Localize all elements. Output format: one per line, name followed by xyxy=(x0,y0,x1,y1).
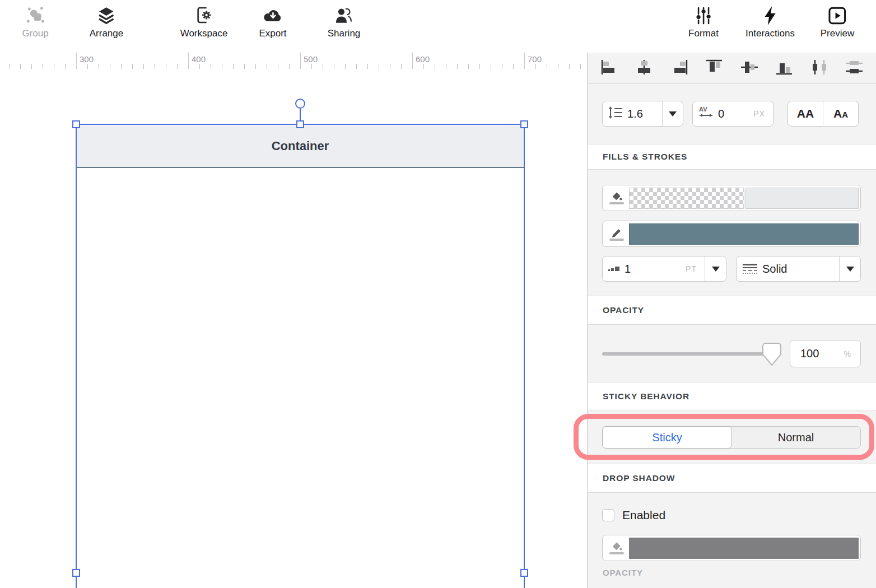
toolbar-preview-label: Preview xyxy=(821,28,854,39)
drop-shadow-color-row[interactable] xyxy=(602,535,861,561)
resize-handle-middle-left[interactable] xyxy=(72,569,80,577)
drop-shadow-enabled-row: Enabled xyxy=(602,508,665,522)
line-height-dropdown[interactable] xyxy=(662,101,683,126)
align-right-icon[interactable] xyxy=(670,59,689,78)
ruler-label: 500 xyxy=(304,54,318,64)
svg-text:AV: AV xyxy=(699,106,707,113)
resize-handle-top-right[interactable] xyxy=(520,120,528,128)
chevron-down-icon xyxy=(712,267,720,272)
fill-secondary-swatch[interactable] xyxy=(745,188,859,209)
stroke-pencil-icon xyxy=(604,227,629,241)
toolbar-export-label: Export xyxy=(259,28,286,39)
align-bottom-icon[interactable] xyxy=(775,59,794,78)
toolbar-workspace-label: Workspace xyxy=(180,28,228,39)
fill-bucket-icon xyxy=(604,192,629,204)
letter-spacing-control[interactable]: AV 0 PX xyxy=(692,101,774,127)
stroke-width-unit: PT xyxy=(686,264,697,273)
stroke-color-swatch[interactable] xyxy=(629,223,859,245)
sticky-behavior-section-header: STICKY BEHAVIOR xyxy=(588,382,876,411)
container-element-header[interactable]: Container xyxy=(77,125,524,168)
toolbar-interactions-label: Interactions xyxy=(745,28,795,39)
shadow-underline xyxy=(609,552,624,554)
selection-border-right xyxy=(524,124,525,588)
toolbar-workspace-button[interactable]: Workspace xyxy=(180,4,228,39)
format-icon xyxy=(688,4,719,27)
toolbar-sharing-button[interactable]: Sharing xyxy=(328,4,361,39)
ruler-label: 700 xyxy=(528,54,542,64)
align-left-icon[interactable] xyxy=(600,59,619,78)
line-height-icon xyxy=(608,106,623,121)
align-middle-vertical-icon[interactable] xyxy=(740,59,759,78)
letter-spacing-icon: AV xyxy=(698,106,714,122)
preview-icon xyxy=(821,4,854,27)
drop-shadow-section-header: DROP SHADOW xyxy=(588,464,876,493)
shadow-bucket-icon xyxy=(604,542,629,554)
resize-handle-top-center[interactable] xyxy=(296,120,304,128)
stroke-width-control[interactable]: 1 PT xyxy=(602,256,726,282)
ruler-label: 400 xyxy=(192,54,206,64)
fill-color-row[interactable] xyxy=(602,185,861,211)
opacity-unit: % xyxy=(844,349,851,358)
drop-shadow-title: DROP SHADOW xyxy=(603,473,675,483)
opacity-value: 100 xyxy=(800,347,844,360)
drop-shadow-opacity-label: OPACITY xyxy=(603,568,643,577)
horizontal-ruler: 300 400 500 600 700 xyxy=(0,53,588,69)
rotation-handle[interactable] xyxy=(295,99,305,109)
opacity-title: OPACITY xyxy=(603,305,644,315)
container-element-label: Container xyxy=(272,139,329,153)
ruler-label: 300 xyxy=(80,54,94,64)
distribute-horizontal-icon[interactable] xyxy=(810,59,829,78)
toolbar-arrange-button[interactable]: Arrange xyxy=(90,4,123,39)
distribute-vertical-icon[interactable] xyxy=(845,59,864,78)
stroke-style-dropdown[interactable] xyxy=(839,256,860,281)
fills-strokes-title: FILLS & STROKES xyxy=(603,152,687,162)
sticky-option-button[interactable]: Sticky xyxy=(602,426,732,449)
chevron-down-icon xyxy=(669,111,677,116)
chevron-down-icon xyxy=(846,267,854,272)
stroke-style-icon xyxy=(743,264,757,274)
stroke-style-control[interactable]: Solid xyxy=(736,256,861,282)
toolbar-format-label: Format xyxy=(688,28,719,39)
fills-strokes-section-header: FILLS & STROKES xyxy=(588,144,876,170)
opacity-value-field[interactable]: 100 % xyxy=(790,340,861,367)
resize-handle-top-left[interactable] xyxy=(72,120,80,128)
toolbar-preview-button[interactable]: Preview xyxy=(821,4,854,39)
toolbar-format-button[interactable]: Format xyxy=(688,4,719,39)
stroke-width-icon xyxy=(608,267,619,271)
drop-shadow-enabled-label: Enabled xyxy=(622,508,665,522)
interactions-icon xyxy=(745,4,795,27)
ruler-label: 600 xyxy=(416,54,430,64)
toolbar-group-button[interactable]: Group xyxy=(22,4,48,39)
sticky-behavior-title: STICKY BEHAVIOR xyxy=(603,391,689,402)
stroke-width-value: 1 xyxy=(625,263,686,276)
stroke-underline xyxy=(609,239,624,241)
selection-border-left xyxy=(76,124,77,588)
normal-option-button[interactable]: Normal xyxy=(731,427,860,448)
export-icon xyxy=(259,4,286,27)
line-height-value: 1.6 xyxy=(627,108,662,120)
toolbar-export-button[interactable]: Export xyxy=(259,4,286,39)
uppercase-button[interactable]: AA xyxy=(788,101,823,126)
stroke-width-dropdown[interactable] xyxy=(705,256,726,281)
toolbar: Group Arrange xyxy=(0,0,876,53)
letter-spacing-value: 0 xyxy=(718,108,753,120)
toolbar-group-label: Group xyxy=(22,28,48,39)
drop-shadow-color-swatch[interactable] xyxy=(629,538,859,559)
opacity-slider-thumb[interactable] xyxy=(762,343,781,368)
stroke-color-row[interactable] xyxy=(602,221,861,247)
align-top-icon[interactable] xyxy=(705,59,724,78)
line-height-control[interactable]: 1.6 xyxy=(602,101,683,127)
fill-color-swatch-transparent[interactable] xyxy=(629,188,744,209)
stroke-style-value: Solid xyxy=(762,263,839,276)
toolbar-sharing-label: Sharing xyxy=(328,28,361,39)
arrange-icon xyxy=(90,4,123,27)
toolbar-interactions-button[interactable]: Interactions xyxy=(745,4,795,39)
align-center-horizontal-icon[interactable] xyxy=(635,59,654,78)
smallcaps-button[interactable]: Aa xyxy=(823,101,858,126)
opacity-slider-track[interactable] xyxy=(602,352,779,356)
group-icon xyxy=(22,4,48,27)
letter-spacing-unit: PX xyxy=(753,109,765,118)
sharing-icon xyxy=(328,4,361,27)
resize-handle-middle-right[interactable] xyxy=(520,569,528,577)
drop-shadow-enabled-checkbox[interactable] xyxy=(602,509,614,521)
